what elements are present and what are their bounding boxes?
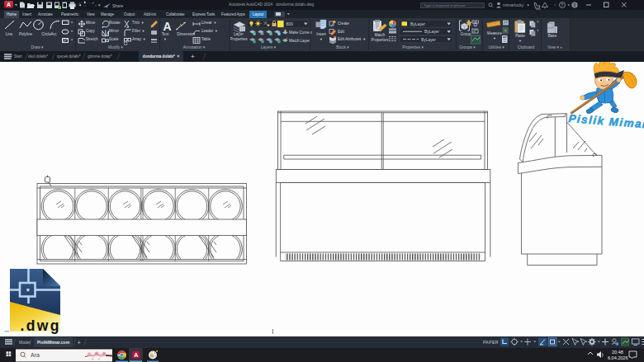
svg-text:A: A xyxy=(134,352,138,358)
svg-text:?: ? xyxy=(561,2,563,7)
svg-text:Ara: Ara xyxy=(31,352,40,358)
svg-text:ByLayer: ByLayer xyxy=(424,30,439,34)
svg-text:ByLayer: ByLayer xyxy=(421,38,436,42)
svg-text:Share: Share xyxy=(112,3,124,8)
svg-text:800: 800 xyxy=(286,21,294,26)
svg-text:mimarlucky: mimarlucky xyxy=(503,2,524,7)
svg-text:ByLayer: ByLayer xyxy=(410,22,425,26)
svg-text:Pislik Mimar: Pislik Mimar xyxy=(568,112,644,130)
svg-text:6.04.2026: 6.04.2026 xyxy=(608,355,627,360)
svg-text:A: A xyxy=(163,20,172,33)
svg-text:20:48: 20:48 xyxy=(612,350,623,355)
svg-text:.dwg: .dwg xyxy=(21,317,59,334)
